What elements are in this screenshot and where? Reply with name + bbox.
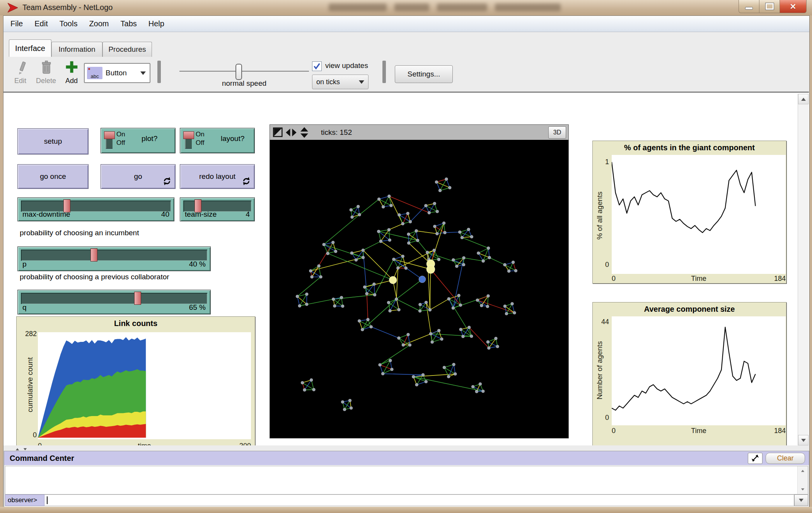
menu-file[interactable]: File bbox=[10, 19, 23, 28]
window-controls: ✕ bbox=[739, 0, 807, 13]
horizontal-resize-icon[interactable] bbox=[285, 127, 297, 138]
scroll-down-button[interactable] bbox=[798, 485, 807, 494]
menu-help[interactable]: Help bbox=[148, 19, 164, 28]
vertical-resize-icon[interactable] bbox=[299, 127, 309, 138]
client-area: File Edit Tools Zoom Tabs Help Interface… bbox=[3, 15, 810, 508]
slider-value: 4 bbox=[246, 210, 250, 219]
expand-command-center-button[interactable] bbox=[748, 453, 763, 464]
tab-procedures[interactable]: Procedures bbox=[102, 42, 152, 57]
netlogo-icon bbox=[7, 2, 19, 13]
view-updates-checkbox[interactable] bbox=[312, 61, 322, 71]
setup-button-label: setup bbox=[44, 137, 62, 146]
triangle-down-icon bbox=[799, 499, 803, 502]
widget-type-value: Button bbox=[106, 69, 127, 77]
update-mode-dropdown[interactable]: on ticks bbox=[312, 75, 368, 89]
redo-layout-button[interactable]: redo layout bbox=[180, 164, 255, 189]
edit-pencil-icon[interactable] bbox=[17, 61, 28, 75]
q-slider[interactable]: q 65 % bbox=[17, 290, 211, 314]
y-min-tick: 0 bbox=[596, 414, 609, 422]
close-button[interactable]: ✕ bbox=[780, 0, 807, 13]
scroll-up-button[interactable] bbox=[798, 94, 809, 104]
slider-label: p bbox=[22, 260, 27, 268]
switch-off-label: Off bbox=[196, 139, 204, 147]
menu-zoom[interactable]: Zoom bbox=[89, 19, 109, 28]
redo-layout-label: redo layout bbox=[199, 172, 235, 181]
x-max-tick: 184 bbox=[612, 427, 786, 435]
menu-edit[interactable]: Edit bbox=[34, 19, 48, 28]
scroll-up-button[interactable] bbox=[798, 466, 807, 476]
menu-bar: File Edit Tools Zoom Tabs Help bbox=[3, 16, 809, 32]
slider-knob[interactable] bbox=[90, 248, 97, 262]
command-output-area[interactable] bbox=[5, 466, 808, 494]
interface-scrollbar[interactable] bbox=[798, 94, 809, 445]
switch-knob[interactable] bbox=[104, 131, 115, 139]
3d-view-button[interactable]: 3D bbox=[548, 126, 566, 139]
background-window-artifact bbox=[329, 3, 387, 11]
link-counts-plot: Link counts 282 0 cumulative count 0 tim… bbox=[16, 316, 255, 455]
y-min-tick: 0 bbox=[20, 431, 37, 439]
delete-trash-icon[interactable] bbox=[41, 60, 52, 75]
background-window-artifact bbox=[495, 3, 561, 11]
clear-button[interactable]: Clear bbox=[766, 453, 805, 464]
plot-switch[interactable]: On Off plot? bbox=[101, 128, 176, 153]
p-slider[interactable]: p 40 % bbox=[17, 246, 211, 271]
slider-track[interactable] bbox=[21, 293, 207, 304]
y-axis-label: Number of agents bbox=[595, 345, 604, 399]
agent-type-dropdown[interactable] bbox=[794, 494, 808, 506]
view-updates-label: view updates bbox=[325, 61, 368, 70]
close-icon: ✕ bbox=[790, 2, 797, 11]
slider-track[interactable] bbox=[21, 250, 207, 261]
y-axis-label: cumulative count bbox=[26, 356, 34, 414]
slider-label: max-downtime bbox=[22, 210, 70, 219]
go-button[interactable]: go bbox=[101, 164, 176, 189]
go-once-button[interactable]: go once bbox=[17, 164, 89, 189]
add-plus-icon[interactable] bbox=[65, 60, 78, 74]
scroll-down-button[interactable] bbox=[798, 435, 809, 445]
text-caret bbox=[47, 496, 48, 504]
output-scrollbar[interactable] bbox=[797, 466, 808, 494]
delete-button[interactable]: Delete bbox=[36, 77, 56, 85]
slider-knob[interactable] bbox=[134, 292, 141, 305]
app-window: Team Assembly - NetLogo ✕ File Edit Tool… bbox=[0, 0, 812, 513]
command-center-splitter[interactable] bbox=[3, 445, 809, 451]
view-size-icon[interactable] bbox=[273, 127, 283, 138]
speed-slider-thumb[interactable] bbox=[235, 64, 242, 80]
command-center: Command Center Clear observer> bbox=[4, 451, 809, 508]
tab-information[interactable]: Information bbox=[51, 42, 102, 57]
widget-type-dropdown[interactable]: abc Button bbox=[84, 63, 150, 83]
p-slider-heading: probability of choosing an incumbent bbox=[20, 229, 139, 237]
minimize-button[interactable] bbox=[739, 0, 759, 13]
triangle-up-icon bbox=[801, 98, 806, 101]
speed-slider-track[interactable] bbox=[179, 71, 309, 72]
go-label: go bbox=[134, 172, 142, 181]
y-max-tick: 44 bbox=[596, 318, 609, 326]
maximize-button[interactable] bbox=[759, 0, 780, 13]
settings-button[interactable]: Settings... bbox=[395, 65, 453, 83]
edit-button[interactable]: Edit bbox=[14, 77, 26, 85]
background-window-artifact bbox=[437, 3, 487, 11]
slider-value: 40 bbox=[161, 210, 169, 219]
observer-prompt[interactable]: observer> bbox=[5, 494, 44, 506]
switch-knob[interactable] bbox=[183, 131, 194, 139]
command-input[interactable] bbox=[44, 494, 794, 506]
plot-switch-label: plot? bbox=[142, 134, 157, 143]
command-center-title: Command Center bbox=[10, 454, 74, 463]
add-button[interactable]: Add bbox=[65, 77, 78, 85]
splitter-up-icon[interactable] bbox=[16, 448, 19, 450]
team-size-slider[interactable]: team-size 4 bbox=[180, 197, 255, 221]
avg-component-chart bbox=[612, 316, 786, 425]
menu-tools[interactable]: Tools bbox=[60, 19, 78, 28]
switch-on-label: On bbox=[196, 131, 205, 138]
layout-switch-label: layout? bbox=[221, 134, 244, 143]
layout-switch[interactable]: On Off layout? bbox=[180, 128, 255, 153]
switch-stem bbox=[106, 138, 113, 149]
menu-tabs[interactable]: Tabs bbox=[121, 19, 137, 28]
splitter-down-icon[interactable] bbox=[24, 448, 27, 450]
switch-on-label: On bbox=[116, 131, 125, 138]
world-view[interactable] bbox=[270, 140, 569, 438]
agent-network-graph bbox=[270, 140, 568, 438]
tab-interface[interactable]: Interface bbox=[9, 39, 51, 57]
max-downtime-slider[interactable]: max-downtime 40 bbox=[17, 197, 174, 221]
setup-button[interactable]: setup bbox=[17, 128, 89, 155]
slider-value: 65 % bbox=[189, 303, 206, 312]
